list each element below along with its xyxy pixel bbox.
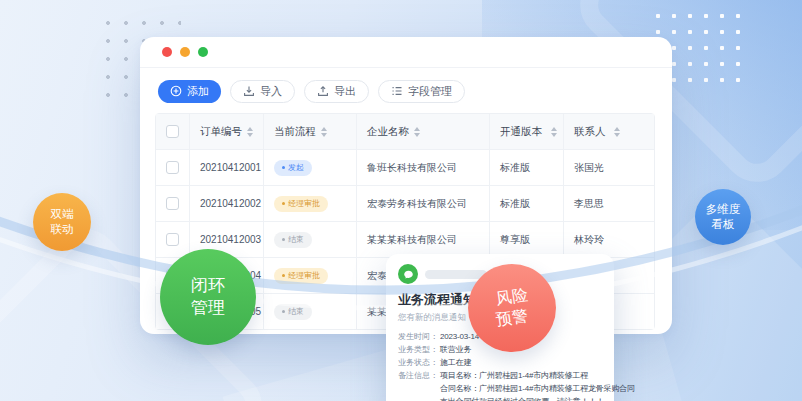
column-header-order-id[interactable]: 订单编号	[189, 114, 263, 149]
export-button-label: 导出	[334, 84, 356, 99]
table-header-row: 订单编号 当前流程 企业名称 开通版本 联系人	[156, 114, 654, 149]
column-header-status[interactable]: 当前流程	[263, 114, 356, 149]
cell-contact: 林玲玲	[563, 222, 654, 257]
table-row[interactable]: 20210412002 经理审批 宏泰劳务科技有限公司 标准版 李思思	[156, 185, 654, 221]
column-header-label: 联系人	[574, 125, 606, 139]
table-row[interactable]: 20210412003 结束 某某某科技有限公司 尊享版 林玲玲	[156, 221, 654, 257]
field-manage-button-label: 字段管理	[408, 84, 452, 99]
column-header-company[interactable]: 企业名称	[356, 114, 489, 149]
cell-order-id: 20210412001	[189, 150, 263, 185]
column-header-label: 企业名称	[367, 125, 409, 139]
plus-circle-icon	[170, 85, 182, 99]
notification-field-row: 备注信息：项目名称：广州碧桂园1-4#市内精装修工程	[398, 369, 602, 382]
cell-company: 某某某科技有限公司	[356, 222, 489, 257]
cell-version: 标准版	[489, 186, 563, 221]
status-dot-icon	[282, 310, 285, 313]
export-up-icon	[317, 85, 329, 99]
column-header-label: 当前流程	[274, 125, 316, 139]
field-label: 业务类型：	[398, 343, 440, 356]
cell-status: 结束	[263, 222, 356, 257]
cell-company: 鲁班长科技有限公司	[356, 150, 489, 185]
window-control-minimize[interactable]	[180, 47, 190, 57]
export-button[interactable]: 导出	[304, 80, 369, 103]
badge-dual-link: 双端 联动	[33, 193, 91, 251]
badge-risk-alert: 风险 预警	[468, 264, 556, 352]
field-manage-button[interactable]: 字段管理	[378, 80, 465, 103]
status-tag: 结束	[274, 304, 312, 320]
field-label	[398, 382, 440, 395]
row-checkbox[interactable]	[166, 197, 179, 210]
status-dot-icon	[282, 274, 285, 277]
badge-multi-board: 多维度 看板	[695, 189, 751, 245]
field-value: 项目名称：广州碧桂园1-4#市内精装修工程	[440, 369, 588, 382]
column-header-contact[interactable]: 联系人	[563, 114, 654, 149]
status-tag: 经理审批	[274, 268, 328, 284]
sort-arrows-icon	[247, 127, 253, 137]
status-dot-icon	[282, 166, 285, 169]
import-button[interactable]: 导入	[230, 80, 295, 103]
notification-field-row: 业务状态：施工在建	[398, 356, 602, 369]
window-control-close[interactable]	[162, 47, 172, 57]
column-header-label: 开通版本	[500, 125, 542, 139]
field-label: 发生时间：	[398, 330, 440, 343]
field-label: 业务状态：	[398, 356, 440, 369]
cell-status: 结束	[263, 294, 356, 329]
cell-version: 尊享版	[489, 222, 563, 257]
field-value: 联营业务	[440, 343, 471, 356]
cell-company: 宏泰劳务科技有限公司	[356, 186, 489, 221]
table-row[interactable]: 20210412001 发起 鲁班长科技有限公司 标准版 张国光	[156, 149, 654, 185]
notification-field-row: 合同名称：广州碧桂园1-4#市内精装修工程龙骨采购合同	[398, 382, 602, 395]
sort-arrows-icon	[321, 127, 327, 137]
sort-arrows-icon	[614, 127, 620, 137]
cell-status: 经理审批	[263, 258, 356, 293]
add-button[interactable]: 添加	[158, 80, 221, 103]
sort-arrows-icon	[414, 127, 420, 137]
status-tag: 经理审批	[274, 196, 328, 212]
status-dot-icon	[282, 202, 285, 205]
list-icon	[391, 85, 403, 99]
sort-arrows-icon	[551, 127, 557, 137]
row-checkbox[interactable]	[166, 233, 179, 246]
row-checkbox[interactable]	[166, 161, 179, 174]
cell-contact: 李思思	[563, 186, 654, 221]
window-control-maximize[interactable]	[198, 47, 208, 57]
cell-contact: 张国光	[563, 150, 654, 185]
field-label: 备注信息：	[398, 369, 440, 382]
field-value: 合同名称：广州碧桂园1-4#市内精装修工程龙骨采购合同	[440, 382, 635, 395]
chat-bubble-icon	[398, 264, 418, 284]
select-all-checkbox[interactable]	[166, 125, 179, 138]
column-header-version[interactable]: 开通版本	[489, 114, 563, 149]
status-tag: 发起	[274, 160, 312, 176]
toolbar: 添加 导入 导出 字段管理	[140, 68, 672, 113]
cell-status: 经理审批	[263, 186, 356, 221]
cell-order-id: 20210412002	[189, 186, 263, 221]
import-down-icon	[243, 85, 255, 99]
cell-status: 发起	[263, 150, 356, 185]
notification-field-row: 支出合同付款已经超过合同收票，请注意！！！	[398, 395, 602, 401]
add-button-label: 添加	[187, 84, 209, 99]
column-header-label: 订单编号	[200, 125, 242, 139]
badge-closed-loop: 闭环 管理	[160, 249, 256, 345]
cell-version: 标准版	[489, 150, 563, 185]
field-value: 支出合同付款已经超过合同收票，请注意！！！	[440, 395, 604, 401]
field-label	[398, 395, 440, 401]
status-dot-icon	[282, 238, 285, 241]
status-tag: 结束	[274, 232, 312, 248]
import-button-label: 导入	[260, 84, 282, 99]
window-titlebar	[140, 37, 672, 68]
sender-placeholder-bar	[425, 270, 487, 279]
field-value: 施工在建	[440, 356, 471, 369]
